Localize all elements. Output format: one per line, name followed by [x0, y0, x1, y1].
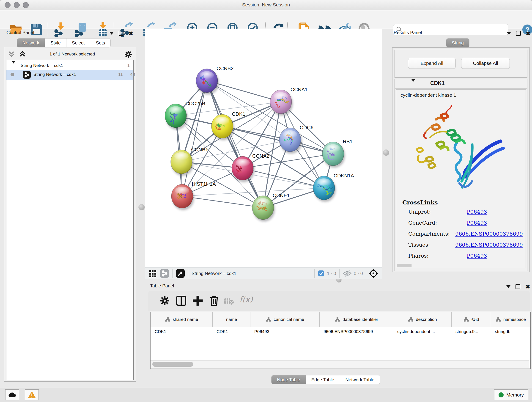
network-collection-row[interactable]: String Network – cdk1 1: [6, 62, 133, 71]
crosslink-label: Compartments:: [408, 231, 455, 237]
table-panel-close-icon[interactable]: ✖: [525, 285, 530, 288]
collapse-all-chevron-icon[interactable]: [8, 51, 17, 58]
table-cell[interactable]: CDK1: [216, 329, 247, 334]
network-edge[interactable]: [182, 196, 263, 208]
function-builder-icon: f(x): [239, 295, 253, 304]
column-header-databaseidentifier[interactable]: database identifier: [319, 312, 393, 327]
network-canvas[interactable]: CCNB2 CCNA1 CDC25B CDK1 CDC6: [145, 29, 382, 267]
tab-network-table[interactable]: Network Table: [340, 375, 380, 384]
network-edge-count: 48: [130, 72, 135, 77]
node-label: CCNA2: [252, 153, 269, 159]
tab-string[interactable]: String: [446, 38, 469, 47]
column-header-id[interactable]: @id: [451, 312, 491, 327]
crosslink-row: Uniprot: P06493: [408, 209, 523, 215]
crosslink-value-link[interactable]: 9606.ENSP00000378699: [455, 242, 523, 248]
delete-column-icon[interactable]: [208, 295, 220, 307]
gene-entry-header[interactable]: CDK1: [395, 79, 527, 89]
string-badge-icon[interactable]: [160, 269, 169, 278]
right-splitter-handle[interactable]: [383, 149, 389, 156]
show-columns-icon[interactable]: [175, 295, 187, 307]
node-label: CCNB2: [216, 65, 234, 71]
tab-style[interactable]: Style: [45, 38, 66, 47]
control-panel-tabs: NetworkStyleSelectSets: [17, 38, 110, 47]
network-graph[interactable]: CCNB2 CCNA1 CDC25B CDK1 CDC6: [145, 29, 382, 267]
column-header-namespace[interactable]: namespace: [491, 312, 530, 327]
table-hscrollbar[interactable]: [151, 360, 529, 368]
table-cell[interactable]: 9606.ENSP00000378699: [323, 329, 390, 334]
crosshair-icon[interactable]: [368, 268, 379, 279]
network-view-title: String Network – cdk1: [191, 271, 236, 276]
column-header-canonicalname[interactable]: canonical name: [250, 312, 320, 327]
table-cell[interactable]: P06493: [254, 329, 317, 334]
main-toolbar: ?: [0, 10, 532, 29]
tab-node-table[interactable]: Node Table: [272, 375, 306, 384]
control-panel-collapse-icon[interactable]: [109, 32, 114, 35]
selected-checkbox-icon[interactable]: [318, 270, 325, 277]
tab-network[interactable]: Network: [17, 38, 45, 47]
network-node-cdk1[interactable]: CDK1: [211, 111, 245, 140]
left-splitter-handle[interactable]: [138, 204, 145, 211]
results-panel-close-icon[interactable]: ✖: [526, 32, 530, 35]
crosslink-value-link[interactable]: P06493: [467, 253, 487, 259]
table-hscrollbar-thumb[interactable]: [152, 362, 193, 367]
network-row-selected[interactable]: String Network – cdk1 11 48: [6, 70, 133, 80]
node-label: CCNB1: [191, 147, 208, 153]
network-node-ccna1[interactable]: CCNA1: [270, 87, 308, 116]
results-panel-title: Results Panel: [394, 30, 422, 35]
node-label: CDC6: [300, 125, 313, 130]
crosslink-row: Pharos: P06493: [408, 253, 523, 259]
collection-expand-icon[interactable]: [12, 64, 16, 69]
tab-sets[interactable]: Sets: [90, 38, 110, 47]
column-header-description[interactable]: description: [393, 312, 452, 327]
network-node-cdkn1a[interactable]: CDKN1A: [313, 173, 354, 202]
tab-select[interactable]: Select: [66, 38, 90, 47]
network-node-rb1[interactable]: RB1: [322, 139, 353, 168]
crosslink-row: Compartments: 9606.ENSP00000378699: [408, 231, 523, 237]
expand-all-button[interactable]: Expand All: [408, 58, 456, 69]
node-table[interactable]: shared nameCDK1nameCDK1canonical nameP06…: [150, 312, 531, 369]
crosslinks-title: CrossLinks: [402, 199, 438, 206]
collapse-all-button[interactable]: Collapse All: [461, 58, 510, 69]
crosslink-value-link[interactable]: 9606.ENSP00000378699: [455, 231, 523, 237]
table-cell[interactable]: cyclin-dependent ...: [397, 329, 449, 334]
results-scrollbar-nub[interactable]: [397, 264, 412, 267]
table-tabs: Node TableEdge TableNetwork Table: [272, 375, 380, 384]
crosslink-label: GeneCard:: [408, 220, 467, 226]
crosslink-label: Pharos:: [408, 253, 467, 259]
network-node-hist1h1a[interactable]: HIST1H1A: [171, 181, 216, 210]
gene-description: cyclin-dependent kinase 1: [400, 92, 456, 98]
string-network-icon: [23, 71, 31, 79]
table-panel-collapse-icon[interactable]: [506, 285, 510, 288]
network-options-gear-icon[interactable]: [124, 50, 133, 59]
grid-view-icon[interactable]: [148, 269, 157, 278]
network-edge[interactable]: [182, 81, 207, 196]
birdseye-view-icon[interactable]: [176, 269, 185, 278]
add-column-icon[interactable]: [192, 295, 204, 307]
network-edge[interactable]: [207, 81, 263, 208]
control-panel-close-icon[interactable]: ✖: [128, 32, 133, 35]
crosslink-value-link[interactable]: P06493: [467, 220, 487, 226]
column-header-sharedname[interactable]: shared name: [151, 312, 212, 327]
warning-button[interactable]: [25, 389, 39, 400]
results-panel-float-icon[interactable]: [516, 31, 521, 36]
cloud-button[interactable]: [5, 389, 19, 400]
tab-edge-table[interactable]: Edge Table: [306, 375, 340, 384]
node-label: CDKN1A: [334, 173, 354, 179]
expand-all-chevron-icon[interactable]: [19, 51, 28, 58]
column-header-name[interactable]: name: [212, 312, 250, 327]
crosslink-value-link[interactable]: P06493: [467, 209, 487, 215]
control-panel-float-icon[interactable]: [119, 31, 123, 36]
table-cell[interactable]: CDK1: [155, 329, 210, 334]
network-edge[interactable]: [222, 126, 333, 154]
network-selection-status: 1 of 1 Network selected: [34, 51, 110, 57]
table-panel-float-icon[interactable]: [515, 284, 520, 289]
network-node-ccnb2[interactable]: CCNB2: [196, 65, 234, 95]
table-cell[interactable]: stringdb:9...: [456, 329, 488, 334]
memory-button[interactable]: Memory: [494, 389, 528, 400]
cloud-icon: [8, 392, 16, 398]
results-panel-collapse-icon[interactable]: [507, 32, 511, 35]
table-gear-icon[interactable]: [159, 295, 171, 307]
table-cell[interactable]: stringdb: [495, 329, 527, 334]
gene-collapse-icon[interactable]: [411, 82, 415, 86]
network-row-label: String Network – cdk1: [33, 72, 76, 77]
